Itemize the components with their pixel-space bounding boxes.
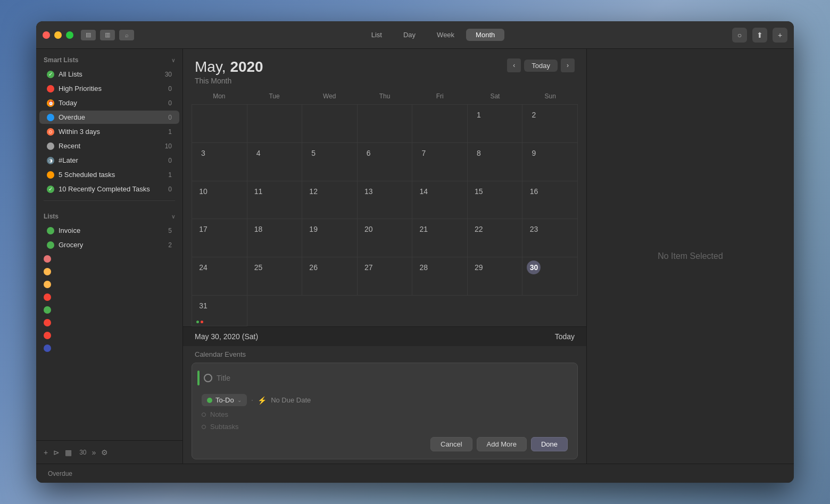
lists-chevron-icon[interactable]: ∨: [171, 214, 175, 220]
cal-cell-1[interactable]: 1: [468, 105, 523, 143]
cal-cell-4[interactable]: 4: [247, 143, 303, 181]
cal-cell-empty[interactable]: [247, 105, 303, 143]
task-title-input[interactable]: [217, 374, 572, 382]
cal-cell-26[interactable]: 26: [302, 257, 358, 296]
bolt-icon[interactable]: ⚡: [258, 396, 267, 405]
sidebar-toggle-icon[interactable]: ▤: [81, 30, 96, 40]
main-content: Smart Lists ∨ ✓ All Lists 30 High Priori…: [36, 49, 794, 464]
cal-cell-17[interactable]: 17: [192, 219, 247, 257]
sidebar-item-high-priorities[interactable]: High Priorities 0: [39, 82, 179, 95]
cal-cell-14[interactable]: 14: [412, 181, 468, 220]
list-item[interactable]: [44, 305, 175, 315]
share-icon[interactable]: ⬆: [752, 28, 767, 43]
minimize-button[interactable]: [54, 31, 62, 39]
cal-cell-13[interactable]: 13: [358, 181, 413, 220]
calendar-header: May, 2020 This Month ‹ Today ›: [183, 49, 586, 90]
calendar-area: May, 2020 This Month ‹ Today › Mon Tue W…: [183, 49, 586, 464]
cal-cell-12[interactable]: 12: [302, 181, 358, 220]
task-green-bar: [197, 371, 200, 385]
cal-cell-21[interactable]: 21: [412, 219, 468, 257]
sidebar-item-all-lists[interactable]: ✓ All Lists 30: [39, 68, 179, 81]
list-item[interactable]: [44, 292, 175, 302]
cal-day-number: 12: [306, 184, 320, 198]
task-circle-icon[interactable]: [204, 374, 212, 382]
cal-cell-2[interactable]: 2: [522, 105, 578, 143]
tab-month[interactable]: Month: [466, 29, 504, 41]
cal-cell-31[interactable]: 31: [192, 296, 247, 326]
selected-date-label: May 30, 2020 (Sat): [195, 332, 258, 341]
sidebar-item-grocery[interactable]: Grocery 2: [39, 238, 179, 251]
cal-cell-20[interactable]: 20: [358, 219, 413, 257]
smart-lists-chevron-icon[interactable]: ∨: [171, 57, 175, 63]
done-button[interactable]: Done: [531, 437, 568, 451]
sidebar-item-later[interactable]: ◑ #Later 0: [39, 154, 179, 167]
day-header-fri: Fri: [412, 90, 468, 102]
tab-list[interactable]: List: [362, 29, 392, 41]
cal-cell-11[interactable]: 11: [247, 181, 303, 220]
panel-toggle-icon[interactable]: ▥: [100, 30, 115, 40]
add-icon[interactable]: +: [773, 28, 787, 43]
sidebar-item-recent[interactable]: Recent 10: [39, 139, 179, 153]
sidebar-item-10-recently[interactable]: ✓ 10 Recently Completed Tasks 0: [39, 182, 179, 196]
sidebar-item-within-3-days[interactable]: ⊙ Within 3 days 1: [39, 125, 179, 138]
cal-cell-25[interactable]: 25: [247, 257, 303, 296]
today-nav-button[interactable]: Today: [524, 60, 558, 72]
cal-cell-9[interactable]: 9: [522, 143, 578, 181]
sidebar-item-overdue[interactable]: Overdue 0: [39, 111, 179, 124]
list-view-icon[interactable]: ▦: [65, 448, 72, 457]
settings-icon[interactable]: ⚙: [101, 448, 108, 457]
close-button[interactable]: [43, 31, 50, 39]
lists-header: Lists ∨: [36, 205, 182, 223]
list-item[interactable]: [44, 254, 175, 264]
cal-day-number: 23: [527, 222, 541, 236]
cal-cell-29[interactable]: 29: [468, 257, 523, 296]
cal-cell-22[interactable]: 22: [468, 219, 523, 257]
cal-cell-24[interactable]: 24: [192, 257, 247, 296]
cal-cell-8[interactable]: 8: [468, 143, 523, 181]
cal-day-number: 27: [362, 261, 376, 274]
sidebar-item-today[interactable]: ⏰ Today 0: [39, 96, 179, 110]
cal-cell-23[interactable]: 23: [522, 219, 578, 257]
select-arrow-icon: ⌄: [237, 397, 242, 403]
prev-month-button[interactable]: ‹: [507, 58, 521, 72]
cal-day-number: 20: [362, 222, 376, 236]
cal-cell-19[interactable]: 19: [302, 219, 358, 257]
list-item[interactable]: [44, 280, 175, 289]
cal-cell-10[interactable]: 10: [192, 181, 247, 220]
cal-cell-empty[interactable]: [192, 105, 247, 143]
sidebar-item-invoice[interactable]: Invoice 5: [39, 224, 179, 237]
cancel-button[interactable]: Cancel: [430, 437, 472, 451]
tab-day[interactable]: Day: [394, 29, 425, 41]
cal-cell-18[interactable]: 18: [247, 219, 303, 257]
task-subtasks-row[interactable]: Subtasks: [197, 421, 572, 433]
list-item[interactable]: [44, 267, 175, 276]
forward-icon[interactable]: »: [92, 448, 96, 457]
tab-week[interactable]: Week: [427, 29, 464, 41]
list-item[interactable]: [44, 343, 175, 353]
add-list-button[interactable]: +: [44, 448, 48, 457]
cal-cell-5[interactable]: 5: [302, 143, 358, 181]
cal-cell-7[interactable]: 7: [412, 143, 468, 181]
cal-cell-empty[interactable]: [302, 105, 358, 143]
cal-cell-16[interactable]: 16: [522, 181, 578, 220]
task-notes-row[interactable]: Notes: [197, 408, 572, 421]
next-month-button[interactable]: ›: [561, 58, 575, 72]
cal-cell-15[interactable]: 15: [468, 181, 523, 220]
pin-icon[interactable]: ⊳: [53, 448, 60, 457]
cal-cell-3[interactable]: 3: [192, 143, 247, 181]
list-item[interactable]: [44, 331, 175, 340]
sidebar-item-label: All Lists: [59, 70, 165, 78]
add-more-button[interactable]: Add More: [477, 437, 527, 451]
cal-cell-30[interactable]: 30: [522, 257, 578, 296]
circle-icon[interactable]: ○: [732, 28, 747, 43]
cal-cell-6[interactable]: 6: [358, 143, 413, 181]
sidebar-item-5-scheduled[interactable]: 5 Scheduled tasks 1: [39, 168, 179, 181]
maximize-button[interactable]: [66, 31, 73, 39]
search-icon[interactable]: ⌕: [119, 30, 134, 40]
cal-cell-empty[interactable]: [358, 105, 413, 143]
cal-cell-28[interactable]: 28: [412, 257, 468, 296]
cal-cell-empty[interactable]: [412, 105, 468, 143]
task-list-select[interactable]: To-Do ⌄: [202, 394, 247, 406]
cal-cell-27[interactable]: 27: [358, 257, 413, 296]
list-item[interactable]: [44, 318, 175, 327]
